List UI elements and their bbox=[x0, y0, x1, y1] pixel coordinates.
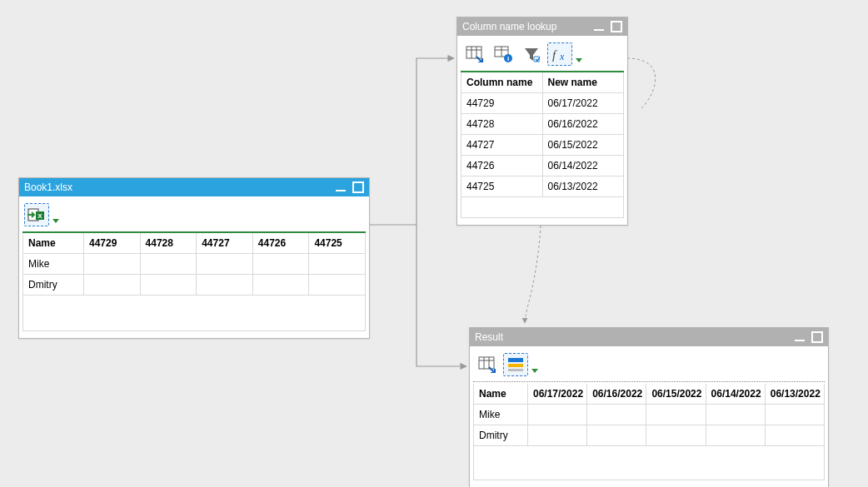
table-row bbox=[474, 446, 825, 480]
node-source-titlebar[interactable]: Book1.xlsx bbox=[19, 178, 369, 196]
table-row[interactable]: Mike bbox=[23, 254, 366, 275]
col-header[interactable]: New name bbox=[542, 72, 624, 93]
node-source-toolbar: X bbox=[22, 200, 366, 231]
table-row[interactable]: Dmitry bbox=[23, 275, 366, 296]
node-result-toolbar bbox=[473, 350, 825, 381]
col-header[interactable]: 06/14/2022 bbox=[706, 384, 765, 405]
table-arrow-icon[interactable] bbox=[475, 353, 500, 376]
col-header[interactable]: 44727 bbox=[197, 233, 253, 254]
svg-text:i: i bbox=[507, 55, 509, 62]
col-header[interactable]: Name bbox=[474, 384, 528, 405]
source-table: Name 44729 44728 44727 44726 44725 Mike … bbox=[22, 233, 366, 331]
svg-text:X: X bbox=[37, 212, 42, 220]
lookup-table: Column name New name 4472906/17/2022 447… bbox=[461, 72, 624, 218]
col-header[interactable]: 44729 bbox=[84, 233, 141, 254]
svg-rect-21 bbox=[508, 369, 523, 371]
table-row[interactable]: 4472706/15/2022 bbox=[461, 135, 624, 156]
node-lookup-toolbar: i fx bbox=[461, 39, 624, 71]
table-info-icon[interactable]: i bbox=[491, 42, 516, 66]
svg-text:f: f bbox=[552, 48, 557, 62]
minimize-icon[interactable] bbox=[336, 190, 346, 191]
table-row bbox=[23, 296, 366, 331]
svg-rect-15 bbox=[479, 357, 494, 369]
table-row[interactable]: 4472906/17/2022 bbox=[461, 93, 624, 114]
node-result-titlebar[interactable]: Result bbox=[470, 328, 828, 346]
window-control-icon[interactable] bbox=[611, 21, 622, 32]
node-lookup-titlebar[interactable]: Column name lookup bbox=[457, 17, 627, 36]
col-header[interactable]: 44725 bbox=[309, 233, 366, 254]
col-header[interactable]: 06/13/2022 bbox=[765, 384, 824, 405]
minimize-icon[interactable] bbox=[795, 340, 805, 341]
col-header[interactable]: 44728 bbox=[140, 233, 197, 254]
node-result-title: Result bbox=[475, 328, 503, 346]
node-lookup-title: Column name lookup bbox=[462, 17, 556, 36]
filter-icon[interactable] bbox=[519, 42, 544, 66]
result-table: Name 06/17/2022 06/16/2022 06/15/2022 06… bbox=[473, 384, 825, 480]
import-excel-icon[interactable]: X bbox=[24, 203, 49, 226]
dropdown-arrow-icon[interactable] bbox=[576, 57, 584, 64]
svg-text:x: x bbox=[559, 51, 565, 62]
table-row bbox=[461, 197, 624, 218]
node-result[interactable]: Result Name 06/17/2022 06/16/2022 06/15/… bbox=[469, 327, 829, 487]
window-control-icon[interactable] bbox=[811, 331, 823, 343]
table-row[interactable]: Mike bbox=[474, 405, 825, 425]
table-row[interactable]: 4472506/13/2022 bbox=[461, 176, 624, 197]
fx-icon[interactable]: fx bbox=[547, 42, 572, 66]
workflow-canvas[interactable]: Book1.xlsx X Name 44729 44728 44727 4472… bbox=[0, 0, 868, 487]
table-row[interactable]: 4472806/16/2022 bbox=[461, 114, 624, 135]
svg-rect-19 bbox=[508, 358, 523, 362]
table-row[interactable]: 4472606/14/2022 bbox=[461, 156, 624, 176]
header-divider bbox=[473, 381, 825, 383]
col-header[interactable]: 06/16/2022 bbox=[587, 384, 646, 405]
col-header[interactable]: 06/15/2022 bbox=[646, 384, 706, 405]
rename-columns-icon[interactable] bbox=[503, 353, 528, 376]
col-header[interactable]: Name bbox=[23, 233, 84, 254]
table-arrow-icon[interactable] bbox=[462, 42, 487, 66]
col-header[interactable]: Column name bbox=[461, 72, 543, 93]
svg-rect-3 bbox=[466, 47, 481, 58]
dropdown-arrow-icon[interactable] bbox=[52, 218, 61, 225]
minimize-icon[interactable] bbox=[594, 29, 604, 31]
col-header[interactable]: 44726 bbox=[252, 233, 309, 254]
node-lookup[interactable]: Column name lookup i fx Column bbox=[456, 17, 628, 226]
table-row[interactable]: Dmitry bbox=[474, 425, 825, 446]
node-source-title: Book1.xlsx bbox=[24, 178, 72, 196]
node-source[interactable]: Book1.xlsx X Name 44729 44728 44727 4472… bbox=[18, 177, 370, 339]
col-header[interactable]: 06/17/2022 bbox=[528, 384, 587, 405]
window-control-icon[interactable] bbox=[352, 181, 364, 193]
dropdown-arrow-icon[interactable] bbox=[531, 368, 540, 375]
svg-rect-20 bbox=[508, 364, 523, 367]
